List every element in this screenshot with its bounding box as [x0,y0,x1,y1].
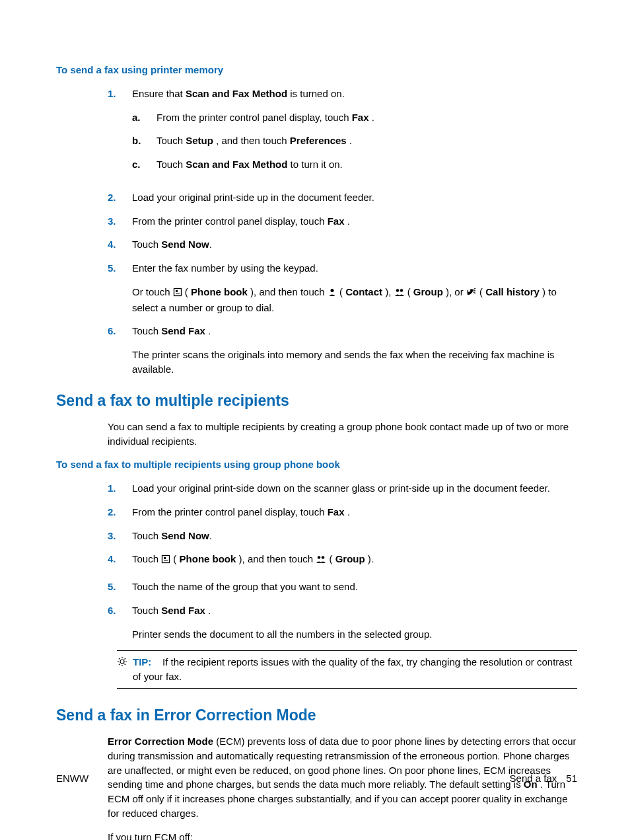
text: Enter the fax number by using the keypad… [132,261,577,276]
text: Touch [132,325,161,336]
text: . [209,530,212,541]
step-1: 1. Load your original print-side down on… [108,481,577,496]
footer-section: Send a fax [510,773,557,784]
substep-letter: a. [132,110,157,125]
text: Touch [132,239,161,250]
text: From the printer control panel display, … [157,112,352,123]
step-number: 3. [108,529,132,543]
step-body: Load your original print-side down on th… [132,481,577,496]
text: ( [337,286,345,297]
page-footer: ENWW Send a fax51 [56,771,577,786]
footer-left: ENWW [56,771,88,786]
tip-label: TIP: [133,656,151,668]
text: ( [477,286,485,297]
intro-para: You can send a fax to multiple recipient… [108,420,577,449]
para: Or touch ( Phone book ), and then touch … [132,285,577,315]
step-body: Load your original print-side up in the … [132,190,577,205]
bold: Scan and Fax Method [186,159,287,170]
svg-point-3 [396,289,398,291]
step-2: 2. From the printer control panel displa… [108,505,577,519]
step-body: From the printer control panel display, … [132,505,577,519]
tip-body: TIP: If the recipient reports issues wit… [133,655,577,684]
bold: Group [413,286,443,297]
step-body: Touch Send Fax . The printer scans the o… [132,324,577,376]
bold: Send Fax [161,325,205,336]
procedure-list-memory: 1. Ensure that Scan and Fax Method is tu… [108,87,577,377]
step-5: 5. Touch the name of the group that you … [108,580,577,594]
svg-point-2 [330,289,333,292]
substeps: a. From the printer control panel displa… [132,110,577,172]
call-history-icon [466,286,477,301]
text: . [205,325,211,336]
step-number: 6. [108,603,132,642]
group-icon [316,553,326,568]
text: ), and then touch [236,553,316,564]
text: to turn it on. [287,159,342,170]
text: . [209,239,212,250]
group-icon [394,286,405,301]
step-number: 3. [108,214,132,229]
text: Touch [157,159,186,170]
bold: Send Now [161,239,209,250]
text: ( [326,553,335,564]
text: . [205,605,211,616]
text: From the printer control panel display, … [132,215,328,227]
text: ( [182,286,191,297]
text: Touch [157,135,186,146]
text: . [369,112,374,123]
step-4: 4. Touch ( Phone book ), and then touch … [108,552,577,568]
text: ), and then touch [248,286,328,297]
bold: Fax [328,215,345,227]
text: , and then touch [213,135,290,146]
step-number: 6. [108,324,132,376]
substep-c: c. Touch Scan and Fax Method to turn it … [132,157,577,172]
svg-rect-6 [164,557,166,559]
bold: Group [335,553,365,564]
text: ( [170,553,179,564]
text: From the printer control panel display, … [132,506,328,517]
bold: Preferences [290,135,347,146]
step-3: 3. Touch Send Now. [108,529,577,543]
substep-letter: c. [132,157,157,172]
step-body: Enter the fax number by using the keypad… [132,261,577,315]
contact-icon [328,286,337,301]
text: . [345,506,350,517]
svg-point-9 [120,660,124,664]
bold: Send Fax [161,605,205,616]
step-body: Touch ( Phone book ), and then touch ( G… [132,552,577,568]
footer-right: Send a fax51 [510,771,577,786]
tip-icon [117,656,127,684]
step-number: 2. [108,505,132,519]
svg-point-8 [322,556,324,559]
ecm-para2: If you turn ECM off: [108,830,577,840]
step-body: Touch the name of the group that you wan… [132,580,577,594]
tip-box: TIP: If the recipient reports issues wit… [117,650,577,689]
step-number: 4. [108,237,132,252]
text: Or touch [132,286,173,297]
document-page: To send a fax using printer memory 1. En… [0,0,630,840]
page-number: 51 [566,773,577,784]
tip-text: If the recipient reports issues with the… [133,656,572,682]
step-body: Ensure that Scan and Fax Method is turne… [132,87,577,181]
phone-book-icon [161,553,170,568]
svg-point-4 [400,289,402,291]
section-heading-multiple: Send a fax to multiple recipients [56,390,577,412]
step-body: From the printer control panel display, … [132,214,577,229]
bold: Fax [328,506,345,517]
substep-a: a. From the printer control panel displa… [132,110,577,125]
step-number: 5. [108,261,132,315]
svg-point-7 [318,556,320,559]
substep-b: b. Touch Setup , and then touch Preferen… [132,134,577,148]
procedure-list-group: 1. Load your original print-side down on… [108,481,577,641]
para: Printer sends the document to all the nu… [132,627,577,642]
step-number: 2. [108,190,132,205]
bold: Fax [352,112,369,123]
step-5: 5. Enter the fax number by using the key… [108,261,577,315]
bold: Scan and Fax Method [186,88,287,99]
procedure-heading-group: To send a fax to multiple recipients usi… [56,457,577,472]
text: ). [365,553,374,564]
text: ), or [443,286,466,297]
step-2: 2. Load your original print-side up in t… [108,190,577,205]
step-6: 6. Touch Send Fax . The printer scans th… [108,324,577,376]
text: ( [405,286,413,297]
